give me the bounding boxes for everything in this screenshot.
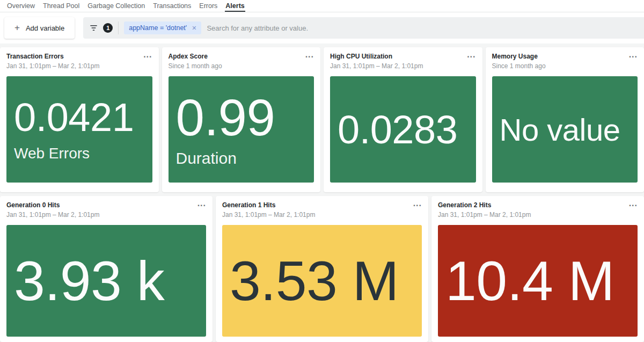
card-menu-icon[interactable]: ... (305, 49, 314, 61)
filter-chip-appname[interactable]: appName = 'dotnet' ✕ (124, 21, 201, 34)
card-row-2: Generation 0 Hits Jan 31, 1:01pm – Mar 2… (0, 196, 644, 342)
billboard-high-cpu: 0.0283 (330, 76, 476, 183)
card-subtitle: Jan 31, 1:01pm – Mar 2, 1:01pm (6, 62, 152, 70)
card-subtitle: Since 1 month ago (169, 62, 314, 70)
tab-errors[interactable]: Errors (199, 0, 218, 12)
billboard-label: Duration (176, 149, 237, 168)
dashboard-grid: Transaction Errors Jan 31, 1:01pm – Mar … (0, 47, 644, 342)
filter-count-badge: 1 (103, 23, 113, 33)
tab-alerts[interactable]: Alerts (225, 0, 245, 12)
filter-icon (90, 24, 98, 32)
filter-toolbar: + Add variable 1 appName = 'dotnet' ✕ (0, 12, 644, 43)
card-subtitle: Jan 31, 1:01pm – Mar 2, 1:01pm (438, 211, 638, 219)
card-menu-icon[interactable]: ... (629, 49, 638, 61)
card-row-1: Transaction Errors Jan 31, 1:01pm – Mar … (0, 47, 644, 192)
card-subtitle: Jan 31, 1:01pm – Mar 2, 1:01pm (330, 62, 476, 70)
billboard-apdex-score: 0.99 Duration (169, 76, 314, 183)
card-transaction-errors: Transaction Errors Jan 31, 1:01pm – Mar … (0, 47, 159, 192)
billboard-value: 10.4 M (445, 252, 614, 309)
billboard-label: Web Errors (14, 145, 90, 162)
billboard-value: No value (500, 114, 620, 145)
card-high-cpu-utilization: High CPU Utilization Jan 31, 1:01pm – Ma… (324, 47, 482, 192)
add-variable-label: Add variable (26, 24, 64, 32)
page-tabs: Overview Thread Pool Garbage Collection … (0, 0, 644, 12)
card-title: Generation 1 Hits (222, 201, 422, 209)
card-generation-2-hits: Generation 2 Hits Jan 31, 1:01pm – Mar 2… (431, 196, 644, 342)
billboard-value: 0.99 (176, 91, 275, 144)
filter-bar: 1 appName = 'dotnet' ✕ (83, 17, 644, 39)
card-title: Generation 2 Hits (438, 201, 638, 209)
card-menu-icon[interactable]: ... (467, 49, 475, 61)
add-variable-button[interactable]: + Add variable (4, 17, 75, 39)
billboard-value: 3.93 k (14, 252, 164, 309)
card-title: Generation 0 Hits (6, 201, 206, 209)
chip-remove-icon[interactable]: ✕ (192, 25, 196, 32)
billboard-transaction-errors: 0.0421 Web Errors (6, 76, 152, 183)
plus-icon: + (14, 23, 20, 32)
billboard-generation-2-hits: 10.4 M (438, 225, 638, 337)
card-generation-0-hits: Generation 0 Hits Jan 31, 1:01pm – Mar 2… (0, 196, 213, 342)
card-generation-1-hits: Generation 1 Hits Jan 31, 1:01pm – Mar 2… (216, 196, 428, 342)
tab-garbage-collection[interactable]: Garbage Collection (87, 0, 145, 12)
billboard-value: 0.0283 (338, 110, 457, 150)
billboard-memory-usage: No value (492, 76, 638, 183)
tab-transactions[interactable]: Transactions (152, 0, 192, 12)
billboard-generation-1-hits: 3.53 M (222, 225, 422, 337)
card-apdex-score: Apdex Score Since 1 month ago ... 0.99 D… (162, 47, 321, 192)
billboard-value: 3.53 M (230, 252, 399, 309)
attribute-search-input[interactable] (207, 24, 639, 32)
card-subtitle: Jan 31, 1:01pm – Mar 2, 1:01pm (6, 211, 206, 219)
card-title: Transaction Errors (6, 53, 152, 61)
card-memory-usage: Memory Usage Since 1 month ago ... No va… (486, 47, 644, 192)
tab-thread-pool[interactable]: Thread Pool (42, 0, 80, 12)
billboard-value: 0.0421 (14, 97, 134, 137)
toolbar-divider (118, 21, 119, 34)
card-title: High CPU Utilization (330, 53, 476, 61)
card-menu-icon[interactable]: ... (629, 198, 638, 209)
filter-chip-label: appName = 'dotnet' (129, 24, 187, 32)
card-menu-icon[interactable]: ... (143, 49, 152, 61)
card-title: Memory Usage (492, 53, 638, 61)
card-subtitle: Jan 31, 1:01pm – Mar 2, 1:01pm (222, 211, 422, 219)
card-title: Apdex Score (169, 53, 314, 61)
card-menu-icon[interactable]: ... (197, 198, 206, 209)
card-menu-icon[interactable]: ... (413, 198, 422, 209)
billboard-generation-0-hits: 3.93 k (6, 225, 206, 337)
tab-overview[interactable]: Overview (6, 0, 35, 12)
card-subtitle: Since 1 month ago (492, 62, 638, 70)
